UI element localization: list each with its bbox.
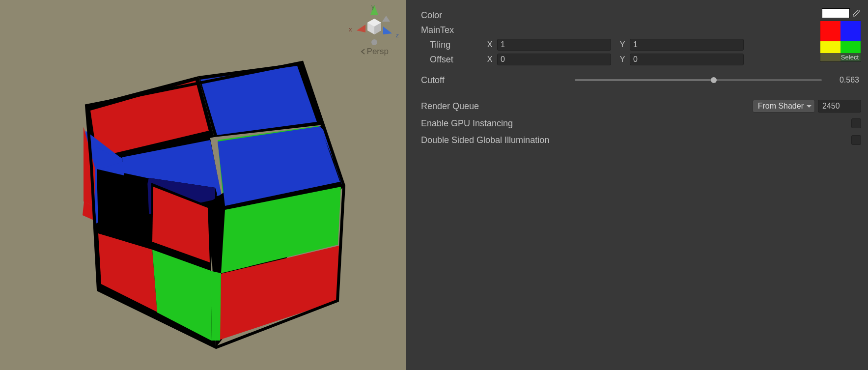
maintex-label: MainTex [421,25,454,35]
double-sided-gi-checkbox[interactable] [851,135,861,145]
texture-preview[interactable]: Select [820,21,861,62]
tiling-x-label: X [482,40,497,49]
offset-y-field[interactable]: 0 [630,54,744,65]
gpu-instancing-checkbox[interactable] [851,118,861,128]
render-queue-label: Render Queue [421,101,479,112]
eyedropper-icon[interactable] [851,8,861,18]
offset-y-label: Y [615,55,630,64]
orientation-gizmo[interactable]: x y z [352,4,397,49]
offset-label: Offset [421,55,482,65]
tiling-x-field[interactable]: 1 [497,39,611,51]
tiling-y-field[interactable]: 1 [630,39,744,51]
scene-cube [0,0,406,370]
double-sided-gi-label: Double Sided Global Illumination [421,135,549,145]
projection-toggle[interactable]: Persp [360,47,389,57]
scene-viewport[interactable]: x y z Persp [0,0,406,370]
gizmo-x-label: x [349,26,352,33]
gizmo-z-label: z [396,31,399,39]
svg-point-37 [371,39,377,45]
svg-marker-38 [357,25,365,32]
chevron-left-icon [360,49,366,55]
render-queue-value[interactable]: 2450 [818,100,861,113]
tiling-label: Tiling [421,40,482,50]
gpu-instancing-label: Enable GPU Instancing [421,118,513,129]
texture-select-button[interactable]: Select [820,53,861,61]
render-queue-dropdown[interactable]: From Shader [753,100,815,113]
texture-preview-tile [840,21,861,41]
cutoff-slider-fill [575,79,714,81]
svg-marker-40 [382,16,390,22]
cutoff-label: Cutoff [421,75,445,85]
offset-x-label: X [482,55,497,64]
offset-x-field[interactable]: 0 [497,54,611,65]
cutoff-slider[interactable] [575,79,822,81]
svg-marker-39 [383,27,392,34]
tiling-y-label: Y [615,40,630,49]
cutoff-slider-thumb[interactable] [711,77,717,83]
inspector-panel: Color MainTex Select Tiling X 1 [406,0,868,370]
color-swatch[interactable] [822,8,850,18]
color-label: Color [421,10,442,21]
texture-preview-tile [820,21,840,41]
cutoff-value[interactable]: 0.563 [828,76,861,85]
projection-label: Persp [367,47,389,57]
svg-marker-31 [211,271,221,341]
gizmo-y-label: y [371,3,375,10]
